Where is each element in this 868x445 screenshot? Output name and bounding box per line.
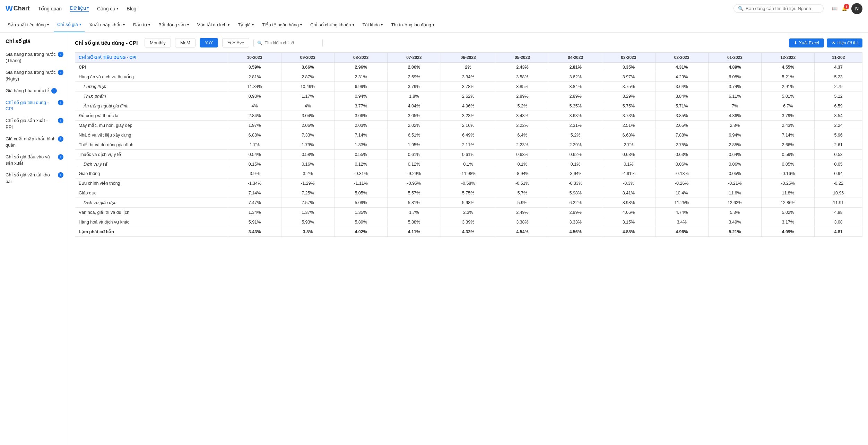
data-cell: -0.16% xyxy=(762,169,815,178)
data-cell: 4.98 xyxy=(815,208,862,217)
sidebar-item-hang-hoa-ngay[interactable]: Giá hàng hoá trong nước (Ngày) i xyxy=(0,67,69,85)
data-cell: 4.89% xyxy=(708,63,761,72)
data-cell: -0.58% xyxy=(441,178,496,188)
data-cell: 0.61% xyxy=(441,150,496,159)
data-cell: 5.75% xyxy=(602,101,655,111)
search-input[interactable] xyxy=(746,6,819,11)
chevron-down-icon: ▾ xyxy=(47,23,49,27)
data-cell: 2.84% xyxy=(228,111,281,121)
sub-nav-bat-dong-san[interactable]: Bất động sản ▾ xyxy=(155,17,192,32)
sidebar-item-van-tai-kho-bai[interactable]: Chỉ số giá vận tải kho bãi i xyxy=(0,169,69,187)
page-title: Chỉ số giá tiêu dùng - CPI xyxy=(75,40,138,46)
data-cell: -1.29% xyxy=(281,178,334,188)
row-name-cell: Thiết bị và đồ dùng gia đình xyxy=(75,140,228,150)
data-cell: 11.6% xyxy=(708,188,761,198)
row-name-cell: Lương thực xyxy=(75,82,228,91)
logo[interactable]: WChart xyxy=(6,4,30,13)
sub-nav-tai-khoa[interactable]: Tài khóa ▾ xyxy=(359,17,387,32)
data-cell: 5.02% xyxy=(762,208,815,217)
data-cell: 3.58% xyxy=(496,72,549,82)
chevron-down-icon: ▾ xyxy=(433,23,434,27)
data-cell: 3.75% xyxy=(602,82,655,91)
chevron-down-icon: ▾ xyxy=(79,23,81,26)
data-cell: 11.34% xyxy=(228,82,281,91)
chevron-down-icon: ▾ xyxy=(116,7,118,10)
data-cell: 5.21% xyxy=(708,227,761,237)
sub-nav-chung-khoan[interactable]: Chỉ số chứng khoán ▾ xyxy=(307,17,358,32)
table-search[interactable]: 🔍 xyxy=(253,39,323,47)
export-excel-button[interactable]: ⬇ Xuất Excel xyxy=(789,38,824,47)
nav-du-lieu[interactable]: Dữ liệu ▾ xyxy=(70,5,89,12)
row-name-cell: Văn hoá, giải trí và du lịch xyxy=(75,208,228,217)
row-name-cell: Bưu chính viễn thông xyxy=(75,178,228,188)
sidebar-item-hang-hoa-quoc-te[interactable]: Giá hàng hóa quốc tế i xyxy=(0,85,69,97)
nav-cong-cu[interactable]: Công cụ ▾ xyxy=(97,6,118,11)
avatar[interactable]: N xyxy=(851,3,862,14)
action-buttons: ⬇ Xuất Excel 👁 Hiện đồ thị xyxy=(789,38,862,47)
data-cell: 0.1% xyxy=(602,159,655,169)
col-08-2023: 08-2023 xyxy=(334,53,387,63)
table-search-input[interactable] xyxy=(264,41,319,45)
data-cell: 2.81% xyxy=(228,72,281,82)
book-icon[interactable]: 📖 xyxy=(832,6,837,11)
data-cell: 5.98% xyxy=(549,188,602,198)
tab-yoy[interactable]: YoY xyxy=(200,38,218,47)
data-cell: 3.8% xyxy=(281,227,334,237)
data-cell: -0.51% xyxy=(496,178,549,188)
nav-tong-quan[interactable]: Tổng quan xyxy=(38,6,62,11)
data-cell: 0.1% xyxy=(496,159,549,169)
sidebar-title: Chỉ số giá xyxy=(0,38,69,49)
sub-nav-san-xuat[interactable]: Sản xuất tiêu dùng ▾ xyxy=(4,17,52,32)
table-row: Thiết bị và đồ dùng gia đình1.7%1.79%1.8… xyxy=(75,140,862,150)
data-cell: 1.17% xyxy=(281,91,334,101)
bell-icon[interactable]: 🔔 8 xyxy=(842,6,847,11)
sub-nav-tien-te[interactable]: Tiền tệ ngân hàng ▾ xyxy=(259,17,305,32)
data-cell: 2.51% xyxy=(602,121,655,130)
col-11-202: 11-202 xyxy=(815,53,862,63)
data-cell: -9.29% xyxy=(388,169,441,178)
sub-nav-van-tai[interactable]: Vận tải du lịch ▾ xyxy=(194,17,233,32)
table-row: Bưu chính viễn thông-1.34%-1.29%-1.11%-0… xyxy=(75,178,862,188)
data-cell: 3.97% xyxy=(602,72,655,82)
data-cell: -0.22 xyxy=(815,178,862,188)
data-cell: 2.8% xyxy=(708,121,761,130)
sub-nav-xuat-nhap[interactable]: Xuất nhập khẩu ▾ xyxy=(86,17,128,32)
data-cell: 3.62% xyxy=(549,72,602,82)
tab-mom[interactable]: MoM xyxy=(175,38,196,47)
sidebar-item-xuat-nhap-khau[interactable]: Giá xuất nhập khẩu bình quân i xyxy=(0,133,69,151)
data-cell: 5.35% xyxy=(549,101,602,111)
sidebar-item-cpi[interactable]: Chỉ số giá tiêu dùng - CPI i xyxy=(0,97,69,115)
data-cell: 5.93% xyxy=(281,217,334,227)
tab-monthly[interactable]: Monthly xyxy=(145,38,171,47)
data-cell: 5.71% xyxy=(655,101,708,111)
data-cell: 3.74% xyxy=(708,82,761,91)
data-cell: 5.98% xyxy=(441,198,496,208)
nav-blog[interactable]: Blog xyxy=(127,6,136,11)
sidebar-item-ppi[interactable]: Chỉ số giá sản xuất - PPI i xyxy=(0,115,69,133)
tab-yoy-ave[interactable]: YoY Ave xyxy=(222,38,249,47)
data-cell: 0.59% xyxy=(762,150,815,159)
sub-nav-ty-gia[interactable]: Tỷ giá ▾ xyxy=(234,17,257,32)
sidebar-item-hang-hoa-thang[interactable]: Giá hàng hoá trong nước (Tháng) i xyxy=(0,49,69,67)
row-name-cell: Dịch vụ y tế xyxy=(75,159,228,169)
table-row: Đồ uống và thuốc lá2.84%3.04%3.06%3.05%3… xyxy=(75,111,862,121)
data-cell: 2.79 xyxy=(815,82,862,91)
data-cell: 4.54% xyxy=(496,227,549,237)
global-search[interactable]: 🔍 xyxy=(734,4,824,13)
data-cell: 1.35% xyxy=(334,208,387,217)
info-icon: i xyxy=(51,88,57,94)
table-row: Hàng hoá và dịch vụ khác5.91%5.93%5.89%5… xyxy=(75,217,862,227)
col-03-2023: 03-2023 xyxy=(602,53,655,63)
sub-nav-lao-dong[interactable]: Thị trường lao động ▾ xyxy=(388,17,437,32)
data-cell: 7.14% xyxy=(334,130,387,140)
row-name-cell: Giao thông xyxy=(75,169,228,178)
sub-nav-chi-so-gia[interactable]: Chỉ số giá ▾ xyxy=(54,17,85,32)
info-icon: i xyxy=(58,70,63,75)
data-cell: 5.96 xyxy=(815,130,862,140)
show-chart-button[interactable]: 👁 Hiện đồ thị xyxy=(827,38,862,47)
sidebar-item-dau-vao[interactable]: Chỉ số giá đầu vào và sản xuất i xyxy=(0,151,69,169)
chevron-down-icon: ▾ xyxy=(187,23,189,27)
sub-nav-dau-tu[interactable]: Đầu tư ▾ xyxy=(130,17,154,32)
data-cell: 2.59% xyxy=(388,72,441,82)
data-cell: 5.3% xyxy=(708,208,761,217)
